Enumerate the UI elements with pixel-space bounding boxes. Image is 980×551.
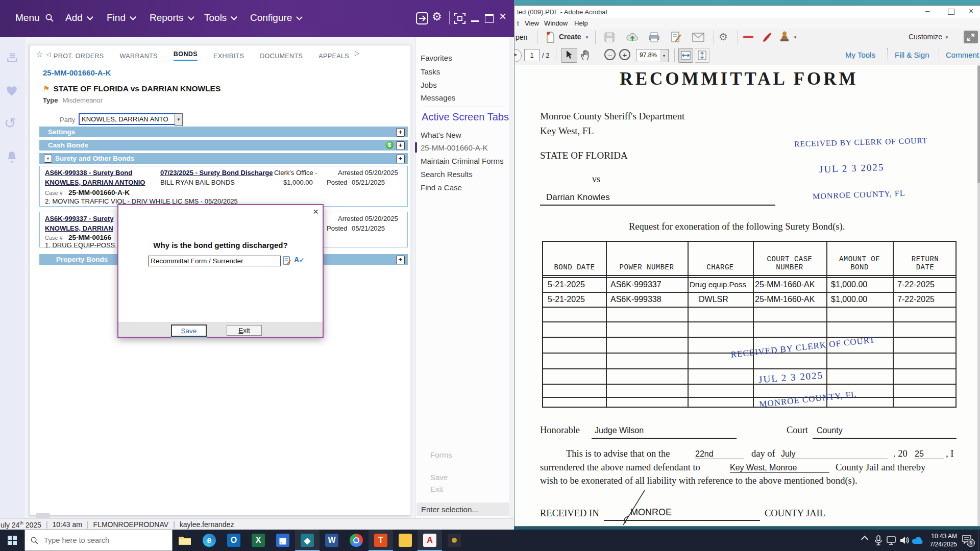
print-icon[interactable] bbox=[648, 32, 660, 43]
chevron-down-icon[interactable]: ▼ bbox=[793, 35, 797, 40]
sidebar-item-jobs[interactable]: Jobs bbox=[421, 81, 437, 89]
taskbar-sticky-notes[interactable] bbox=[393, 530, 418, 551]
close-icon[interactable]: × bbox=[313, 206, 318, 217]
restore-button[interactable] bbox=[485, 14, 494, 23]
sidebar-item-favorites[interactable]: Favorites bbox=[421, 54, 452, 62]
hand-tool-icon[interactable] bbox=[580, 49, 591, 61]
expand-plus-icon[interactable]: + bbox=[396, 141, 405, 150]
tab-documents[interactable]: DOCUMENTS bbox=[260, 53, 303, 60]
queue-icon[interactable] bbox=[6, 51, 19, 64]
gear-icon[interactable]: ⚙ bbox=[432, 10, 442, 23]
upload-cloud-icon[interactable] bbox=[626, 31, 639, 43]
collapse-icon[interactable]: ▼ bbox=[44, 155, 52, 163]
bond-defendant-link[interactable]: KNOWLES, DARRIAN ANTONIO bbox=[45, 179, 145, 186]
exit-button[interactable]: Exit bbox=[227, 325, 262, 336]
bond-row-1[interactable]: AS6K-999338 - Surety Bond 07/23/2025 - S… bbox=[39, 166, 408, 207]
menu-reports[interactable]: Reports bbox=[150, 12, 193, 23]
bond-discharge-link[interactable]: 07/23/2025 - Surety Bond Discharge bbox=[160, 169, 273, 177]
spellcheck-icon[interactable]: A✓ bbox=[294, 256, 304, 264]
page-number-input[interactable]: 1 bbox=[524, 49, 540, 61]
favorites-heart-icon[interactable] bbox=[5, 84, 18, 97]
screen-tab-maintain-criminal-forms[interactable]: Maintain Criminal Forms bbox=[421, 157, 504, 165]
screen-tab-search-results[interactable]: Search Results bbox=[421, 170, 473, 179]
search-icon[interactable] bbox=[44, 13, 55, 23]
pdf-scrollbar[interactable] bbox=[977, 65, 980, 526]
tray-network-icon[interactable] bbox=[887, 536, 898, 545]
zoom-dropdown-arrow[interactable]: ▼ bbox=[660, 49, 669, 62]
sidebar-item-tasks[interactable]: Tasks bbox=[421, 67, 440, 76]
star-icon[interactable]: ☆ bbox=[36, 49, 43, 59]
tray-chevron-up-icon[interactable] bbox=[862, 537, 867, 542]
taskbar-excel[interactable]: X bbox=[246, 530, 271, 551]
menu-configure[interactable]: Configure bbox=[250, 12, 302, 23]
menu-tools[interactable]: Tools bbox=[204, 12, 236, 23]
zoom-in-icon[interactable]: + bbox=[619, 49, 630, 60]
history-icon[interactable]: ↺ bbox=[4, 115, 16, 132]
screen-tab-whats-new[interactable]: What's New bbox=[421, 131, 461, 139]
dollar-icon[interactable]: $ bbox=[385, 141, 394, 149]
exit-app-icon[interactable] bbox=[415, 11, 429, 26]
pen-icon[interactable] bbox=[761, 31, 773, 43]
taskbar-file-explorer[interactable] bbox=[173, 530, 197, 551]
section-settings[interactable]: Settings + bbox=[39, 127, 408, 137]
bond-power-link[interactable]: AS6K-999337 - Surety bbox=[45, 215, 113, 222]
taskbar-app-dark[interactable] bbox=[442, 530, 467, 551]
chevron-down-icon[interactable]: ▼ bbox=[945, 35, 949, 40]
taskbar-word[interactable]: W bbox=[320, 530, 344, 551]
fit-page-button[interactable] bbox=[695, 48, 709, 63]
email-icon[interactable] bbox=[692, 33, 704, 42]
chevron-right-icon[interactable]: ▷ bbox=[355, 49, 359, 57]
open-button-partial[interactable]: pen bbox=[516, 33, 527, 41]
minimize-button[interactable] bbox=[471, 20, 479, 22]
minimize-button[interactable]: – bbox=[925, 6, 929, 15]
tab-bonds[interactable]: BONDS bbox=[174, 51, 198, 61]
taskbar-tyler[interactable]: T bbox=[369, 530, 393, 551]
taskbar-edge[interactable]: e bbox=[197, 530, 222, 551]
menu-view[interactable]: View bbox=[525, 19, 539, 27]
party-dropdown-arrow[interactable]: ▼ bbox=[175, 113, 183, 126]
menu-window[interactable]: Window bbox=[544, 19, 568, 27]
gear-icon[interactable]: ⚙ bbox=[719, 31, 728, 43]
expand-view-icon[interactable] bbox=[964, 31, 978, 43]
focus-mode-icon[interactable] bbox=[453, 12, 467, 25]
create-pdf-icon[interactable] bbox=[544, 31, 556, 43]
main-scrollbar[interactable] bbox=[410, 45, 413, 515]
highlight-icon[interactable] bbox=[743, 36, 753, 38]
next-page-icon[interactable]: ▶ bbox=[514, 49, 522, 62]
section-surety-bonds[interactable]: ▼ Surety and Other Bonds + bbox=[39, 153, 408, 164]
bond-power-link[interactable]: AS6K-999338 - Surety Bond bbox=[45, 169, 132, 177]
tab-exhibits[interactable]: EXHIBITS bbox=[213, 53, 244, 60]
customize-button[interactable]: Customize bbox=[909, 33, 942, 41]
tray-microphone-icon[interactable] bbox=[874, 535, 883, 545]
select-tool-button[interactable] bbox=[561, 48, 577, 63]
tray-volume-icon[interactable] bbox=[899, 536, 910, 545]
menu-find[interactable]: Find bbox=[107, 12, 135, 23]
screen-tab-find-a-case[interactable]: Find a Case bbox=[421, 183, 462, 192]
expand-plus-icon[interactable]: + bbox=[396, 155, 405, 163]
form-edit-icon[interactable] bbox=[670, 31, 682, 43]
zoom-level-input[interactable]: 97.8% bbox=[636, 49, 660, 61]
discharge-reason-input[interactable] bbox=[148, 256, 281, 266]
party-dropdown[interactable]: KNOWLES, DARRIAN ANTO bbox=[79, 113, 178, 125]
stamp-icon[interactable] bbox=[778, 31, 791, 44]
start-button[interactable] bbox=[0, 530, 24, 551]
save-button[interactable]: Save bbox=[171, 324, 207, 337]
tab-favorite-controls[interactable]: ☆ ◁ bbox=[36, 49, 51, 59]
expand-plus-icon[interactable]: + bbox=[396, 128, 405, 137]
menu-button[interactable]: Menu bbox=[15, 12, 55, 23]
taskbar-app-blue[interactable]: ▦ bbox=[271, 530, 295, 551]
menu-help[interactable]: Help bbox=[574, 19, 588, 27]
my-tools-tab[interactable]: My Tools bbox=[845, 51, 875, 59]
search-input[interactable] bbox=[43, 536, 157, 545]
sidebar-item-messages[interactable]: Messages bbox=[421, 93, 455, 102]
save-icon[interactable] bbox=[604, 32, 615, 43]
expand-plus-icon[interactable]: + bbox=[396, 256, 405, 264]
show-desktop-button[interactable] bbox=[978, 530, 980, 551]
zoom-out-icon[interactable]: – bbox=[604, 49, 616, 60]
chevron-left-icon[interactable]: ◁ bbox=[46, 51, 50, 58]
notifications-bell-icon[interactable] bbox=[6, 150, 18, 163]
taskbar-search[interactable] bbox=[24, 530, 173, 551]
fill-sign-tab[interactable]: Fill & Sign bbox=[895, 51, 929, 59]
maximize-button[interactable] bbox=[948, 9, 954, 15]
bond-defendant-link[interactable]: KNOWLES, DARRIAN bbox=[45, 224, 113, 232]
